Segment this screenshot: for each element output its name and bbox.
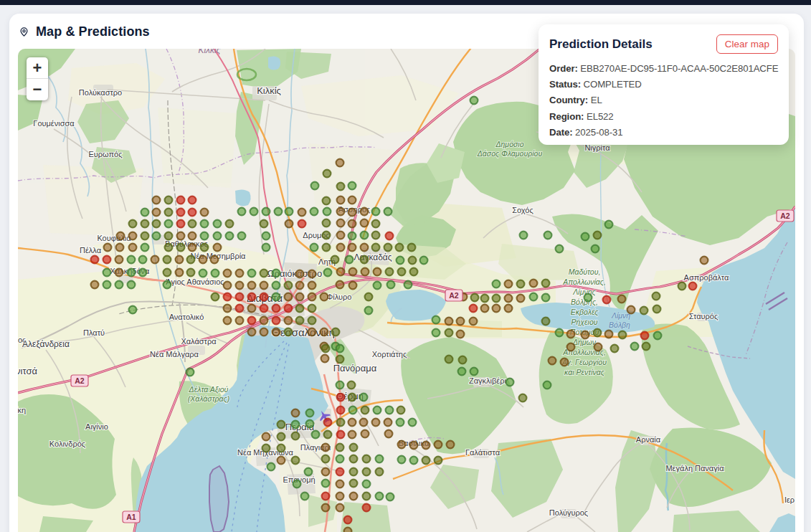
svg-text:Απολλωνίας,: Απολλωνίας,	[562, 277, 606, 287]
svg-text:ελίκη: ελίκη	[18, 406, 26, 414]
svg-text:Κολινδρός: Κολινδρός	[49, 440, 85, 448]
svg-text:Νέα Μάλγαρα: Νέα Μάλγαρα	[150, 350, 199, 358]
svg-text:Ευρωπός: Ευρωπός	[88, 150, 122, 158]
svg-text:A2: A2	[449, 291, 459, 300]
svg-text:Αλεξάνδρεια: Αλεξάνδρεια	[22, 339, 70, 349]
svg-text:Δημόσιο: Δημόσιο	[495, 140, 524, 148]
svg-text:A1: A1	[126, 513, 136, 521]
svg-text:Ασπροβάλτα: Ασπροβάλτα	[684, 273, 729, 282]
svg-text:Χορτιάτης: Χορτιάτης	[372, 350, 407, 358]
svg-text:Πολύκαστρο: Πολύκαστρο	[79, 88, 122, 97]
svg-text:Πλατύ: Πλατύ	[83, 328, 105, 337]
svg-text:Κιλκίς: Κιλκίς	[198, 49, 220, 55]
svg-text:Μαδύτου,: Μαδύτου,	[569, 267, 601, 276]
svg-text:Κιλκίς: Κιλκίς	[257, 85, 281, 96]
svg-text:Πέλλα: Πέλλα	[80, 246, 102, 255]
svg-text:Ιερ: Ιερ	[784, 495, 795, 504]
svg-text:A2: A2	[780, 212, 790, 220]
svg-text:Λαγκαδάς: Λαγκαδάς	[354, 252, 392, 262]
svg-text:Γουμένισσα: Γουμένισσα	[33, 119, 75, 128]
svg-text:Δέλτα Αξιού: Δέλτα Αξιού	[189, 385, 229, 394]
svg-text:και Ρεντίνας: και Ρεντίνας	[564, 368, 605, 377]
svg-text:Πολύγυρος: Πολύγυρος	[549, 508, 588, 517]
svg-text:Κουφάλια: Κουφάλια	[97, 234, 131, 242]
svg-text:Σταυρός: Σταυρός	[689, 312, 718, 320]
svg-text:Αρναία: Αρναία	[636, 435, 661, 444]
svg-text:Άγιος Αθανάσιος: Άγιος Αθανάσιος	[166, 277, 224, 286]
svg-text:Ανατολικό: Ανατολικό	[169, 313, 204, 321]
svg-text:Ρήχειου: Ρήχειου	[571, 318, 597, 326]
svg-text:Αιγίνιο: Αιγίνιο	[85, 422, 108, 431]
svg-text:αννιτσά: αννιτσά	[18, 366, 37, 376]
svg-text:Δάσος Φλαμουρίου: Δάσος Φλαμουρίου	[477, 149, 543, 158]
svg-text:A2: A2	[75, 376, 85, 385]
svg-text:Σοχός: Σοχός	[512, 206, 533, 214]
svg-text:Μεγάλη Παναγία: Μεγάλη Παναγία	[665, 464, 724, 472]
svg-text:Εκβολές: Εκβολές	[571, 308, 599, 317]
svg-text:Χαλάστρα: Χαλάστρα	[181, 337, 217, 346]
svg-text:(Χαλάστρας): (Χαλάστρας)	[188, 394, 229, 404]
svg-text:Φίλυρο: Φίλυρο	[327, 293, 352, 301]
svg-text:Ζαγκλιβέρι: Ζαγκλιβέρι	[469, 376, 507, 385]
svg-text:Πανόραμα: Πανόραμα	[333, 363, 377, 374]
svg-text:Γαλάτιστα: Γαλάτιστα	[465, 448, 501, 457]
svg-text:Βόλβη: Βόλβη	[609, 320, 630, 329]
